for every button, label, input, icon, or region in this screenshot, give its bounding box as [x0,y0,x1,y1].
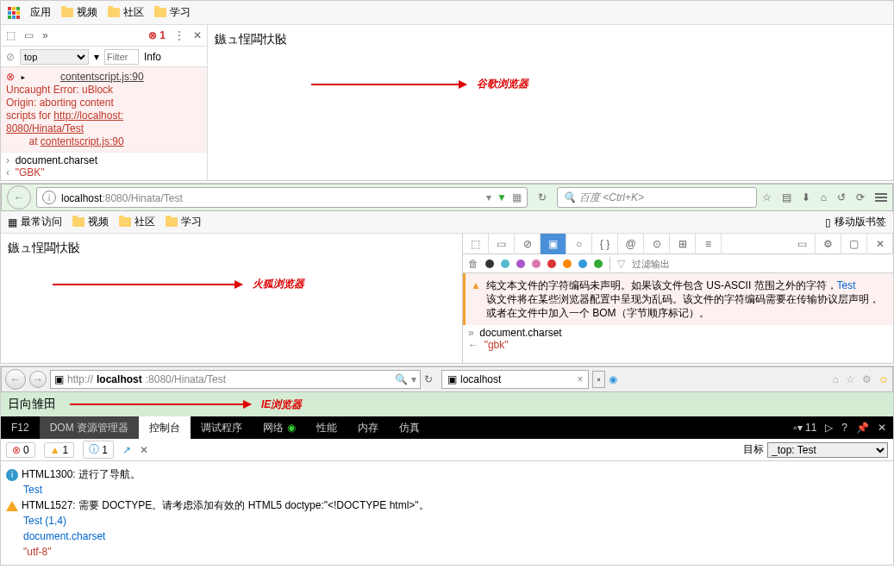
device-icon[interactable]: ▫▾ 11 [793,422,816,434]
reload-button[interactable]: ↻ [533,191,552,203]
bookmark-star-icon[interactable]: ☆ [762,191,772,203]
home-icon[interactable]: ⌂ [832,373,838,385]
bookmark-video[interactable]: 视频 [72,215,109,229]
filter-dot-red[interactable] [547,260,556,268]
new-tab-button[interactable]: ▫ [592,371,604,388]
clear-console-icon[interactable]: ⊘ [6,51,15,63]
filter-input[interactable] [632,259,888,269]
tab-close[interactable]: ✕ [867,234,893,254]
info-label[interactable]: Info [144,51,161,63]
filter-dot-pink[interactable] [532,260,541,268]
tab-storage[interactable]: ≡ [696,234,722,254]
tab-console[interactable]: 控制台 [139,416,191,439]
address-bar[interactable]: ▣ http://localhost:8080/Hinata/Test 🔍 ▾ [50,370,421,389]
tab-responsive[interactable]: ▭ [790,234,816,254]
dropdown-icon[interactable]: ▾ [411,373,416,385]
settings-icon[interactable]: ⚙ [862,373,872,385]
error-link2[interactable]: contentscript.js:90 [41,135,124,147]
more-tabs-icon[interactable]: » [42,29,48,41]
shield-icon[interactable]: ▼ [497,191,507,203]
close-icon[interactable]: ✕ [193,29,202,41]
forward-button[interactable]: → [29,371,47,388]
tab-network[interactable]: @ [618,234,644,254]
warning-link[interactable]: Test [837,279,856,291]
back-button[interactable]: ← [5,369,26,390]
apps-label[interactable]: 应用 [30,5,51,20]
tab-network[interactable]: 网络◉ [253,416,306,439]
bookmark-community[interactable]: 社区 [108,5,144,20]
help-icon[interactable]: ? [841,422,847,434]
dropdown-icon[interactable]: ▾ [94,51,99,63]
tab-style[interactable]: { } [592,234,618,254]
pin-icon[interactable]: 📌 [856,422,869,434]
filter-dot-blue[interactable] [578,260,587,268]
qr-icon[interactable]: ▦ [512,191,522,203]
edge-icon[interactable]: ◉ [609,373,617,385]
bookmark-study[interactable]: 学习 [154,5,191,20]
tab-performance[interactable]: 性能 [306,416,347,439]
close-icon[interactable]: ✕ [878,422,886,434]
most-visited[interactable]: ▦最常访问 [8,215,62,229]
bookmark-community[interactable]: 社区 [119,215,155,229]
trash-icon[interactable]: 🗑 [468,258,478,270]
bookmark-study[interactable]: 学习 [166,215,202,229]
warning-badge[interactable]: ▲1 [44,442,75,458]
tab-console[interactable]: ▣ [541,234,566,254]
filter-dot-purple[interactable] [516,260,525,268]
tab-emulation[interactable]: 仿真 [389,416,430,439]
browser-tab[interactable]: ▣ localhost × [441,370,589,389]
mobile-bookmarks[interactable]: ▯移动版书签 [825,215,886,229]
info-icon[interactable]: i [42,191,56,204]
smiley-icon[interactable]: ☺ [878,373,889,385]
inspect-icon[interactable]: ⬚ [6,29,16,41]
tab-perf[interactable]: ⊙ [644,234,670,254]
tab-dock[interactable]: ▢ [841,234,867,254]
tab-pick[interactable]: ▭ [489,234,515,254]
bookmark-video[interactable]: 视频 [61,5,97,20]
kebab-icon[interactable]: ⋮ [174,29,184,41]
dropdown-icon[interactable]: ▾ [486,191,491,203]
pocket-icon[interactable]: ▤ [782,191,791,203]
filter-dot-black[interactable] [485,260,494,268]
error-badge[interactable]: ⊗ 1 [148,29,166,41]
tab-memory[interactable]: ⊞ [670,234,696,254]
tab-dom[interactable]: DOM 资源管理器 [40,416,139,439]
target-icon[interactable]: ↗ [122,444,131,456]
target-select[interactable]: _top: Test [767,442,888,458]
error-url-link[interactable]: http://localhost: [53,109,123,122]
tab-settings[interactable]: ⚙ [816,234,841,254]
tab-disable[interactable]: ⊘ [515,234,541,254]
history-icon[interactable]: ↺ [837,191,846,203]
search-icon[interactable]: 🔍 [395,373,408,385]
error-url-link2[interactable]: 8080/Hinata/Test [6,122,84,134]
search-bar[interactable]: 🔍 百度 <Ctrl+K> [557,187,757,208]
console-toggle-icon[interactable]: ▷ [825,422,833,434]
download-icon[interactable]: ⬇ [802,191,810,203]
context-select[interactable]: top [20,49,89,65]
console-link[interactable]: Test [23,482,888,497]
info-badge[interactable]: ⓘ1 [83,441,114,459]
device-icon[interactable]: ▭ [24,29,34,41]
apps-icon[interactable] [8,7,20,19]
error-link[interactable]: contentscript.js:90 [60,71,144,83]
clear-icon[interactable]: ✕ [140,444,148,456]
filter-dot-green[interactable] [594,260,603,268]
console-link[interactable]: Test (1,4) [23,513,888,529]
tab-memory[interactable]: 内存 [347,416,389,439]
refresh-button[interactable]: ↻ [424,373,433,385]
filter-dot-cyan[interactable] [501,260,510,268]
tab-debugger[interactable]: ○ [566,234,592,254]
menu-icon[interactable] [875,193,887,202]
sync-icon[interactable]: ⟳ [856,191,865,203]
filter-dot-orange[interactable] [563,260,572,268]
error-badge[interactable]: ⊗0 [6,442,35,458]
back-button[interactable]: ← [7,185,31,210]
favorites-icon[interactable]: ☆ [846,373,855,385]
filter-input[interactable] [104,49,139,65]
address-bar[interactable]: i localhost:8080/Hinata/Test ▾ ▼ ▦ [36,187,528,208]
tab-f12[interactable]: F12 [1,416,40,439]
tab-close-icon[interactable]: × [577,373,583,385]
tab-debugger[interactable]: 调试程序 [191,416,253,439]
tab-inspector[interactable]: ⬚ [463,234,489,254]
home-icon[interactable]: ⌂ [821,191,827,203]
